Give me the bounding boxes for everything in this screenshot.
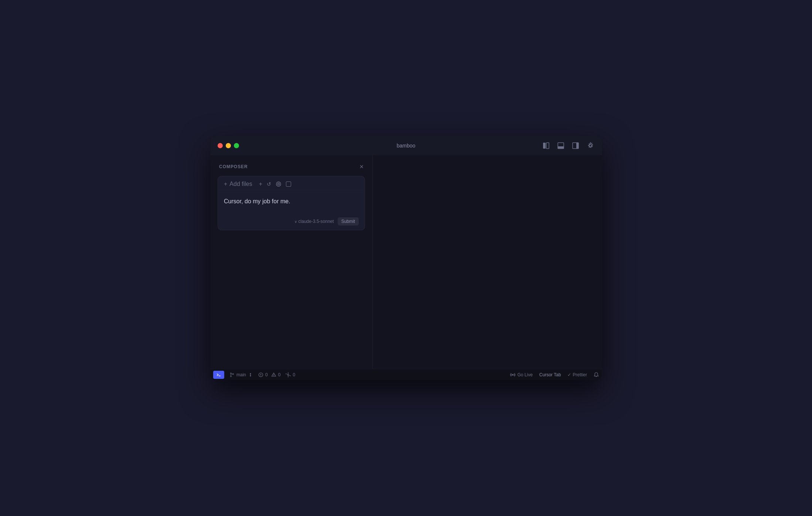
plus-icon: + — [224, 181, 227, 187]
composer-input-area[interactable]: Cursor, do my job for me. — [218, 192, 365, 214]
error-count: 0 — [265, 372, 268, 377]
go-live-label: Go Live — [517, 372, 532, 377]
settings-icon[interactable] — [586, 142, 594, 150]
submit-button[interactable]: Submit — [338, 217, 359, 225]
panel-right-icon[interactable] — [572, 142, 580, 150]
git-branch-item[interactable]: main — [229, 372, 253, 377]
branch-name: main — [236, 372, 246, 377]
composer-header: COMPOSER × — [210, 155, 372, 176]
svg-point-23 — [290, 375, 291, 376]
remote-item[interactable]: 0 — [286, 372, 295, 377]
go-live-button[interactable]: Go Live — [510, 372, 532, 377]
composer-box: + Add files + ↺ — [218, 176, 365, 230]
svg-point-7 — [276, 182, 281, 186]
app-window: bamboo — [210, 136, 602, 380]
add-files-button[interactable]: + Add files — [224, 181, 252, 187]
left-panel: COMPOSER × + Add files + ↺ — [210, 155, 373, 369]
add-files-label: Add files — [229, 181, 252, 187]
chevron-icon: ∨ — [294, 220, 297, 224]
remote-count: 0 — [293, 372, 295, 377]
svg-point-21 — [288, 372, 289, 373]
title-bar: bamboo — [210, 136, 602, 155]
svg-point-24 — [288, 376, 289, 377]
toolbar-icons: + ↺ — [259, 181, 291, 187]
svg-point-8 — [278, 183, 280, 185]
warning-count: 0 — [278, 372, 281, 377]
title-bar-actions — [542, 142, 594, 150]
svg-point-17 — [260, 376, 261, 376]
status-bar: main 0 0 — [210, 369, 602, 380]
svg-point-22 — [286, 373, 286, 374]
svg-point-25 — [512, 374, 514, 376]
minimize-button[interactable] — [226, 143, 231, 148]
prettier-label: Prettier — [573, 372, 587, 377]
svg-point-19 — [273, 376, 274, 376]
cursor-tab-label[interactable]: Cursor Tab — [539, 372, 561, 377]
status-bar-right: Go Live Cursor Tab ✓ Prettier — [510, 372, 599, 377]
svg-rect-3 — [558, 146, 564, 149]
composer-title: COMPOSER — [219, 164, 248, 169]
main-content: COMPOSER × + Add files + ↺ — [210, 155, 602, 369]
composer-footer: ∨ claude-3.5-sonnet Submit — [218, 214, 365, 230]
svg-rect-0 — [543, 143, 546, 149]
composer-close-button[interactable]: × — [359, 163, 364, 170]
square-icon[interactable] — [286, 181, 291, 187]
model-name: claude-3.5-sonnet — [298, 219, 334, 224]
svg-point-20 — [288, 374, 289, 376]
composer-toolbar: + Add files + ↺ — [218, 176, 365, 192]
prettier-check-icon: ✓ — [567, 372, 571, 377]
composer-input-text[interactable]: Cursor, do my job for me. — [224, 197, 359, 206]
maximize-button[interactable] — [234, 143, 239, 148]
target-icon[interactable] — [276, 181, 282, 187]
model-selector[interactable]: ∨ claude-3.5-sonnet — [294, 219, 334, 224]
status-bar-left: main 0 0 — [213, 371, 295, 379]
panel-bottom-icon[interactable] — [557, 142, 565, 150]
svg-point-11 — [231, 376, 232, 377]
prettier-button[interactable]: ✓ Prettier — [567, 372, 587, 377]
svg-rect-1 — [546, 143, 549, 149]
errors-item[interactable]: 0 0 — [258, 372, 280, 377]
terminal-button[interactable] — [213, 371, 224, 379]
close-button[interactable] — [218, 143, 223, 148]
sidebar-toggle-icon[interactable] — [542, 142, 550, 150]
svg-point-10 — [231, 373, 232, 374]
refresh-icon[interactable]: ↺ — [267, 181, 271, 187]
notifications-bell[interactable] — [594, 372, 599, 377]
svg-rect-5 — [576, 143, 579, 149]
add-icon[interactable]: + — [259, 181, 262, 187]
window-title: bamboo — [397, 143, 416, 149]
traffic-lights — [218, 143, 239, 148]
right-panel — [373, 155, 602, 369]
